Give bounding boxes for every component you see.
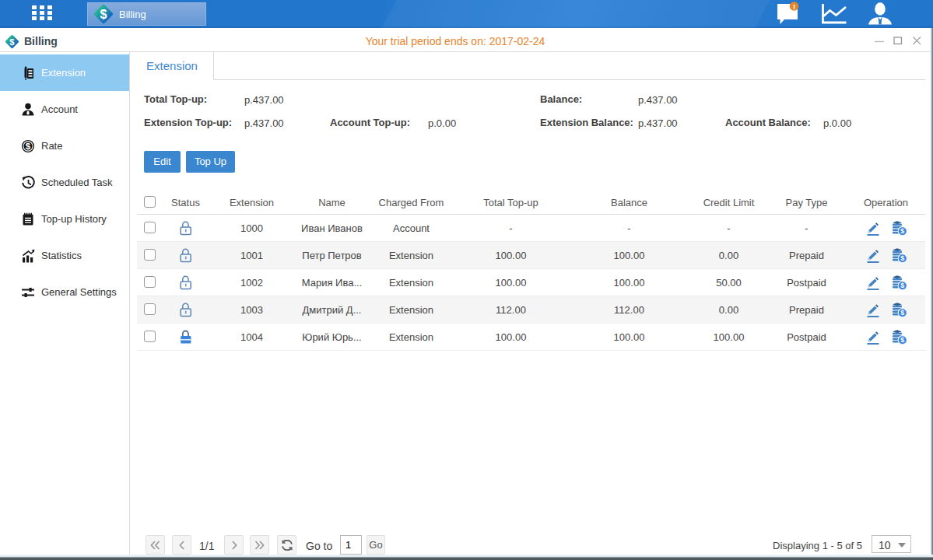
- svg-text:$: $: [100, 7, 107, 21]
- svg-text:!: !: [793, 2, 795, 11]
- svg-text:$: $: [26, 142, 31, 151]
